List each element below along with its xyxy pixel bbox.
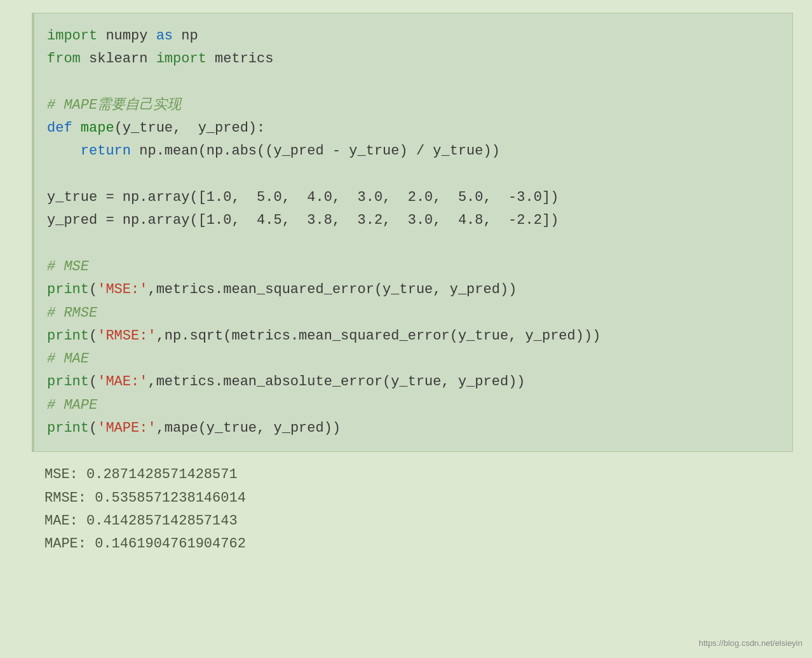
code-line-11: # MSE bbox=[47, 256, 780, 278]
code-line-6: return np.mean(np.abs((y_pred - y_true) … bbox=[47, 140, 780, 163]
code-line-15: # MAE bbox=[47, 348, 780, 371]
output-line-4: MAPE: 0.1461904761904762 bbox=[44, 533, 780, 556]
output-line-1: MSE: 0.2871428571428571 bbox=[44, 463, 780, 486]
code-line-5: def mape(y_true, y_pred): bbox=[47, 117, 780, 140]
code-line-2: from sklearn import metrics bbox=[47, 48, 780, 71]
code-line-1: import numpy as np bbox=[47, 25, 780, 48]
output-block: MSE: 0.2871428571428571 RMSE: 0.53585712… bbox=[32, 452, 793, 567]
main-container: import numpy as np from sklearn import m… bbox=[0, 0, 812, 658]
output-line-2: RMSE: 0.5358571238146014 bbox=[44, 487, 780, 510]
code-line-13: # RMSE bbox=[47, 302, 780, 325]
code-line-9: y_pred = np.array([1.0, 4.5, 3.8, 3.2, 3… bbox=[47, 209, 780, 232]
code-line-7 bbox=[47, 163, 780, 186]
code-line-10 bbox=[47, 233, 780, 256]
code-line-4: # MAPE需要自己实现 bbox=[47, 94, 780, 117]
output-line-3: MAE: 0.4142857142857143 bbox=[44, 510, 780, 533]
code-block: import numpy as np from sklearn import m… bbox=[32, 13, 793, 452]
code-line-12: print('MSE:',metrics.mean_squared_error(… bbox=[47, 278, 780, 301]
code-line-8: y_true = np.array([1.0, 5.0, 4.0, 3.0, 2… bbox=[47, 186, 780, 209]
code-line-14: print('RMSE:',np.sqrt(metrics.mean_squar… bbox=[47, 325, 780, 348]
code-line-17: # MAPE bbox=[47, 394, 780, 417]
code-line-3 bbox=[47, 71, 780, 94]
watermark: https://blog.csdn.net/elsieyin bbox=[699, 637, 802, 650]
code-line-16: print('MAE:',metrics.mean_absolute_error… bbox=[47, 371, 780, 394]
code-line-18: print('MAPE:',mape(y_true, y_pred)) bbox=[47, 417, 780, 440]
